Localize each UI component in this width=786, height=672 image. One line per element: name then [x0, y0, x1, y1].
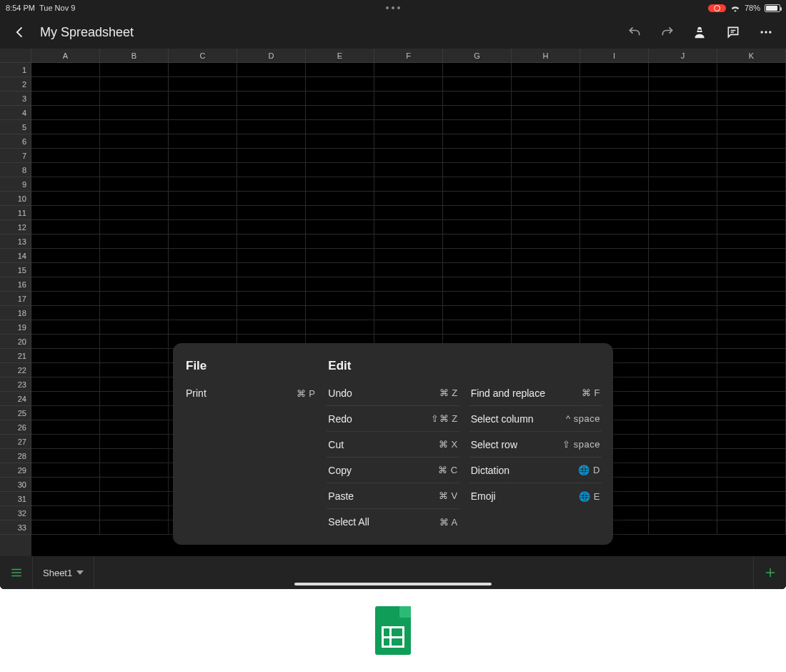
cell[interactable] [443, 249, 512, 263]
cell[interactable] [649, 106, 717, 120]
row-header[interactable]: 29 [0, 463, 31, 478]
cell[interactable] [306, 120, 374, 134]
cell[interactable] [512, 249, 580, 263]
row-header[interactable]: 10 [0, 192, 31, 206]
cell[interactable] [580, 163, 649, 177]
cell[interactable] [237, 77, 306, 92]
cell[interactable] [443, 177, 512, 192]
cell[interactable] [649, 77, 717, 92]
cell[interactable] [512, 206, 580, 220]
row-header[interactable]: 15 [0, 263, 31, 277]
cell[interactable] [512, 63, 580, 77]
cell[interactable] [580, 263, 649, 277]
column-header[interactable]: I [580, 49, 649, 63]
cell[interactable] [306, 106, 374, 120]
cell[interactable] [31, 249, 100, 263]
cell[interactable] [512, 320, 580, 335]
cell[interactable] [100, 92, 169, 106]
cell[interactable] [237, 220, 306, 234]
cell[interactable] [237, 92, 306, 106]
row-header[interactable]: 24 [0, 392, 31, 406]
row-header[interactable]: 22 [0, 363, 31, 377]
cell[interactable] [649, 249, 717, 263]
cell[interactable] [649, 92, 717, 106]
column-header[interactable]: D [237, 49, 306, 63]
cell[interactable] [237, 292, 306, 306]
cell[interactable] [100, 349, 169, 363]
cell[interactable] [717, 406, 786, 420]
cell[interactable] [100, 177, 169, 192]
cell[interactable] [306, 77, 374, 92]
cell[interactable] [374, 77, 443, 92]
cell[interactable] [649, 420, 717, 435]
redo-button[interactable] [655, 19, 680, 45]
cell[interactable] [580, 234, 649, 249]
cell[interactable] [717, 506, 786, 520]
cell[interactable] [649, 306, 717, 320]
cell[interactable] [237, 120, 306, 134]
cell[interactable] [31, 77, 100, 92]
cell[interactable] [306, 92, 374, 106]
cell[interactable] [580, 92, 649, 106]
shortcut-item[interactable]: Find and replace⌘ F [469, 380, 602, 406]
cell[interactable] [100, 63, 169, 77]
row-header[interactable]: 23 [0, 377, 31, 392]
cell[interactable] [31, 435, 100, 449]
cell[interactable] [306, 63, 374, 77]
cell[interactable] [580, 106, 649, 120]
cell[interactable] [100, 163, 169, 177]
cell[interactable] [374, 120, 443, 134]
cell[interactable] [717, 435, 786, 449]
cell[interactable] [443, 149, 512, 163]
cell[interactable] [649, 220, 717, 234]
cell[interactable] [31, 120, 100, 134]
cell[interactable] [512, 106, 580, 120]
row-header[interactable]: 2 [0, 77, 31, 92]
cell[interactable] [306, 177, 374, 192]
cell[interactable] [512, 234, 580, 249]
cell[interactable] [306, 292, 374, 306]
row-header[interactable]: 28 [0, 449, 31, 463]
column-header[interactable]: K [717, 49, 786, 63]
cell[interactable] [374, 306, 443, 320]
cell[interactable] [717, 349, 786, 363]
cell[interactable] [649, 177, 717, 192]
row-header[interactable]: 8 [0, 163, 31, 177]
cell[interactable] [512, 263, 580, 277]
cell[interactable] [512, 163, 580, 177]
cell[interactable] [31, 406, 100, 420]
cell[interactable] [717, 420, 786, 435]
cell[interactable] [100, 220, 169, 234]
cell[interactable] [717, 92, 786, 106]
cell[interactable] [443, 106, 512, 120]
cell[interactable] [31, 420, 100, 435]
row-header[interactable]: 14 [0, 249, 31, 263]
cell[interactable] [717, 177, 786, 192]
cell[interactable] [100, 277, 169, 292]
cell[interactable] [512, 92, 580, 106]
cell[interactable] [374, 277, 443, 292]
cell[interactable] [717, 363, 786, 377]
cell[interactable] [717, 220, 786, 234]
cell[interactable] [237, 106, 306, 120]
cell[interactable] [649, 492, 717, 506]
cell[interactable] [100, 120, 169, 134]
cell[interactable] [237, 249, 306, 263]
cell[interactable] [717, 149, 786, 163]
cell[interactable] [649, 377, 717, 392]
cell[interactable] [100, 192, 169, 206]
undo-button[interactable] [622, 19, 647, 45]
cell[interactable] [31, 220, 100, 234]
cell[interactable] [169, 206, 237, 220]
cell[interactable] [443, 77, 512, 92]
cell[interactable] [169, 234, 237, 249]
cell[interactable] [717, 163, 786, 177]
cell[interactable] [649, 234, 717, 249]
cell[interactable] [512, 220, 580, 234]
cell[interactable] [169, 306, 237, 320]
cell[interactable] [443, 92, 512, 106]
cell[interactable] [580, 206, 649, 220]
cell[interactable] [649, 206, 717, 220]
cell[interactable] [649, 435, 717, 449]
cell[interactable] [649, 463, 717, 478]
